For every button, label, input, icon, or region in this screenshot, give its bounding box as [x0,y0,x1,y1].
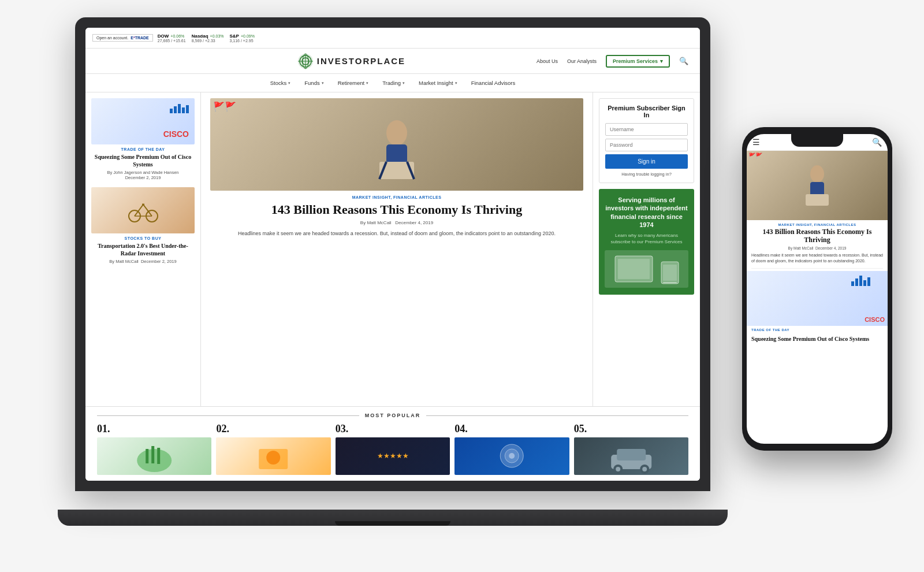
svg-rect-39 [806,194,829,206]
phone-cisco-bars [851,276,870,286]
cisco-image [91,98,195,144]
nav-retirement[interactable]: Retirement ▾ [338,80,368,86]
featured-title: 143 Billion Reasons This Economy Is Thri… [210,202,583,217]
article-card-transport[interactable]: STOCKS TO BUY Transportation 2.0's Best … [91,187,195,264]
right-column: Premium Subscriber Sign In Sign in Havin… [593,92,700,406]
dow-label: DOW +0.06% [158,34,186,39]
sp-val: 3,116 / +2.95 [230,39,255,43]
article2-category: STOCKS TO BUY [91,236,195,240]
about-us-link[interactable]: About Us [536,58,558,64]
most-popular-title: MOST POPULAR [97,413,688,418]
article2-byline: By Matt McCall December 2, 2019 [91,259,195,264]
car-icon [574,437,688,475]
middle-column: 🚩🚩 [201,92,593,406]
premium-arrow-icon: ▾ [660,58,663,64]
promo-box[interactable]: Serving millions of investors with indep… [599,189,694,295]
svg-rect-32 [617,449,646,460]
popular-item-3[interactable]: 03. ★★★★★ [336,423,450,475]
content-wrapper: TRADE OF THE DAY Squeezing Some Premium … [85,92,700,481]
nasdaq-val: 8,569 / +2.33 [192,39,224,43]
featured-category: MARKET INSIGHT, FINANCIAL ARTICLES [210,195,583,199]
hamburger-icon[interactable]: ☰ [752,138,760,147]
flag-decoration: 🚩🚩 [213,101,236,112]
laptop-base [58,510,728,526]
password-input[interactable] [605,139,688,151]
nav-funds[interactable]: Funds ▾ [304,80,323,86]
dow-item: DOW +0.06% 27,665 / +15.61 [158,34,186,43]
content-area: TRADE OF THE DAY Squeezing Some Premium … [85,92,700,406]
nav-financial-advisors[interactable]: Financial Advisors [471,80,516,86]
popular-item-1[interactable]: 01. [97,423,211,475]
article2-date: December 2, 2019 [141,259,177,264]
phone-featured-date: December 4, 2019 [815,246,846,250]
username-input[interactable] [605,123,688,136]
laptop-body: Open an account. E*TRADE DOW +0.06% 27,6… [75,17,710,491]
logo[interactable]: INVESTORPLACE [297,53,405,69]
laptop-screen: Open an account. E*TRADE DOW +0.06% 27,6… [85,28,700,481]
svg-point-12 [386,120,407,146]
devices-icon [612,253,681,285]
svg-rect-25 [157,448,160,464]
signin-button[interactable]: Sign in [605,154,688,169]
svg-point-30 [509,453,515,459]
phone-featured-category: MARKET INSIGHT, FINANCIAL ARTICLES [747,220,888,228]
popular-num-4: 04. [454,423,569,435]
phone-flag-icon: 🚩🚩 [748,153,762,159]
popular-item-2[interactable]: 02. [216,423,330,475]
svg-rect-23 [146,449,148,463]
promo-description: Learn why so many Americans subscribe to… [605,232,688,245]
svg-point-34 [616,467,620,471]
popular-img-2 [216,437,330,475]
nav-stocks[interactable]: Stocks ▾ [270,80,291,86]
popular-item-4[interactable]: 04. [454,423,569,475]
nasdaq-change: +0.03% [210,34,224,38]
popular-item-5[interactable]: 05. [574,423,688,475]
phone-featured-image: 🚩🚩 [747,151,888,220]
phone-cisco-article-title[interactable]: Squeezing Some Premium Out of Cisco Syst… [747,333,888,344]
header-nav: About Us Our Analysts Premium Services ▾… [536,55,688,68]
tech-icon [454,437,569,475]
phone-divider [751,268,883,269]
scene: Open an account. E*TRADE DOW +0.06% 27,6… [0,0,924,572]
sp-change: +0.09% [241,34,255,38]
phone-search-icon[interactable]: 🔍 [872,138,882,147]
search-icon[interactable]: 🔍 [679,57,688,65]
dow-change: +0.06% [170,34,184,38]
promo-devices-image [605,250,688,288]
featured-date: December 4, 2019 [395,220,433,225]
nav-trading[interactable]: Trading ▾ [382,80,405,86]
logo-text: INVESTORPLACE [317,56,405,66]
article1-byline: By John Jagerson and Wade Hansen Decembe… [91,170,195,180]
cisco-bars [170,104,189,113]
market-data: DOW +0.06% 27,665 / +15.61 Nasdaq +0.03% [158,34,255,43]
signin-help-text[interactable]: Having trouble logging in? [605,172,688,177]
market-insight-arrow-icon: ▾ [455,81,457,86]
popular-num-2: 02. [216,423,330,435]
svg-point-37 [810,165,824,183]
phone-website: ☰ INVESTORPLACE 🔍 🚩🚩 MA [747,134,888,444]
svg-rect-24 [151,446,154,463]
popular-grid: 01. [97,423,688,475]
article1-category: TRADE OF THE DAY [91,147,195,151]
phone-cisco-image: CISCO [747,271,888,326]
most-popular-section: MOST POPULAR 01. [85,406,700,481]
our-analysts-link[interactable]: Our Analysts [567,58,597,64]
phone-featured-title[interactable]: 143 Billion Reasons This Economy Is Thri… [747,228,888,246]
nav-market-insight[interactable]: Market Insight ▾ [419,80,457,86]
article-card-cisco[interactable]: TRADE OF THE DAY Squeezing Some Premium … [91,98,195,180]
popular-img-5 [574,437,688,475]
bike-image [91,187,195,233]
etrade-ad[interactable]: Open an account. E*TRADE [92,34,153,42]
phone-man-icon [794,157,840,214]
popular-num-3: 03. [336,423,450,435]
phone-notch [791,134,843,147]
nasdaq-item: Nasdaq +0.03% 8,569 / +2.33 [192,34,224,43]
popular-num-1: 01. [97,423,211,435]
premium-services-button[interactable]: Premium Services ▾ [606,55,670,68]
popular-num-5: 05. [574,423,688,435]
popular-img-1 [97,437,211,475]
popular-img-4 [454,437,569,475]
svg-rect-21 [663,282,677,283]
signin-box: Premium Subscriber Sign In Sign in Havin… [599,98,694,183]
popular-img-3: ★★★★★ [336,437,450,475]
